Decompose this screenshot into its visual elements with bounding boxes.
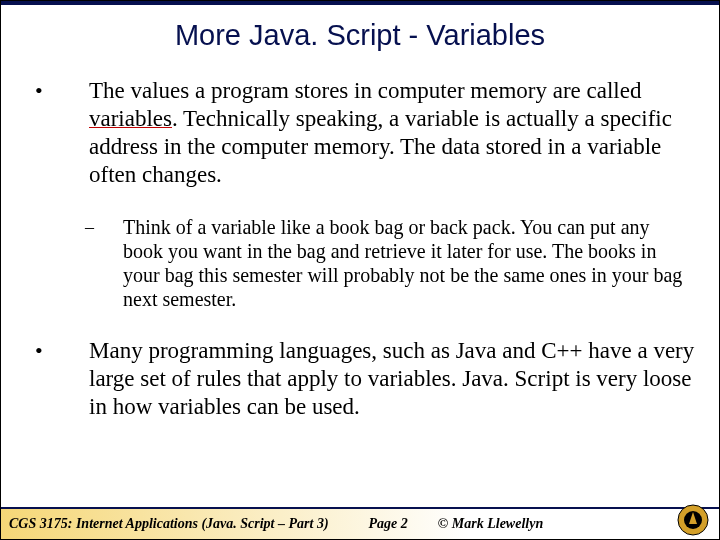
bullet-marker: •	[31, 77, 89, 105]
slide-title: More Java. Script - Variables	[1, 19, 719, 52]
logo-icon	[677, 504, 709, 536]
bullet-row-1: • The values a program stores in compute…	[31, 77, 699, 189]
footer-copyright: © Mark Llewellyn	[438, 516, 543, 532]
slide-body: • The values a program stores in compute…	[31, 77, 699, 421]
text-segment: . Technically speaking, a variable is ac…	[89, 106, 672, 187]
footer-course: CGS 3175: Internet Applications (Java. S…	[9, 516, 329, 532]
sub-bullet-row: – Think of a variable like a book bag or…	[85, 215, 699, 311]
underlined-word: variables	[89, 106, 172, 131]
footer: CGS 3175: Internet Applications (Java. S…	[1, 507, 719, 539]
bullet-text-2: Many programming languages, such as Java…	[89, 337, 699, 421]
sub-bullet-text: Think of a variable like a book bag or b…	[123, 215, 699, 311]
text-segment: The values a program stores in computer …	[89, 78, 641, 103]
bullet-text-1: The values a program stores in computer …	[89, 77, 699, 189]
slide: More Java. Script - Variables • The valu…	[0, 0, 720, 540]
top-rule	[1, 1, 719, 5]
footer-page: Page 2	[369, 516, 408, 532]
bullet-marker: •	[31, 337, 89, 365]
sub-bullet-marker: –	[85, 215, 123, 239]
bullet-row-2: • Many programming languages, such as Ja…	[31, 337, 699, 421]
